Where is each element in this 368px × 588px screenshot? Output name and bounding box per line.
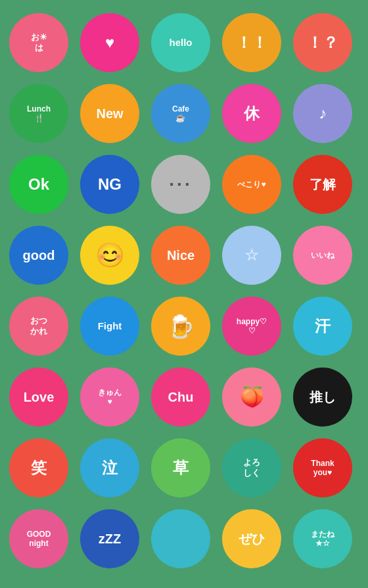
sticker-rest[interactable]: 休 [222,84,281,143]
sticker-new[interactable]: New [80,84,139,143]
sticker-matane[interactable]: またね★☆ [293,509,352,568]
sticker-sweat[interactable]: 汗 [293,297,352,356]
sticker-dots[interactable]: ··· [151,155,210,214]
sticker-thank-you[interactable]: Thankyou♥ [293,438,352,497]
sticker-love[interactable]: Love [9,368,68,427]
sticker-good[interactable]: good [9,226,68,285]
sticker-laugh[interactable]: 笑 [9,438,68,497]
sticker-smiley[interactable]: 😊 [80,226,139,285]
sticker-star[interactable]: ☆ [222,226,281,285]
sticker-fight[interactable]: Fight [80,297,139,356]
sticker-cry[interactable]: 泣 [80,438,139,497]
sticker-ryoukai[interactable]: 了解 [293,155,352,214]
sticker-yoroshiku[interactable]: よろしく [222,438,281,497]
sticker-chu[interactable]: Chu [151,368,210,427]
sticker-grid: お☀は ♥ hello ！！ ！？ Lunch🍴 New Cafe☕ 休 ♪ O… [0,3,368,585]
sticker-oshi[interactable]: 推し [293,368,352,427]
sticker-heart-peach[interactable]: 🍑 [222,368,281,427]
sticker-good-night[interactable]: GOODnight [9,509,68,568]
sticker-otsukare[interactable]: おつかれ [9,297,68,356]
sticker-zehi[interactable]: ぜひ [222,509,281,568]
sticker-zzz[interactable]: zZZ [80,509,139,568]
sticker-ng[interactable]: NG [80,155,139,214]
sticker-cafe[interactable]: Cafe☕ [151,84,210,143]
sticker-lunch[interactable]: Lunch🍴 [9,84,68,143]
sticker-happy[interactable]: happy♡♡ [222,297,281,356]
sticker-music[interactable]: ♪ [293,84,352,143]
sticker-empty[interactable] [151,509,210,568]
sticker-nice[interactable]: Nice [151,226,210,285]
sticker-kyun[interactable]: きゅん♥ [80,368,139,427]
sticker-exclaim-question[interactable]: ！？ [293,13,352,72]
sticker-double-exclaim[interactable]: ！！ [222,13,281,72]
sticker-pekori[interactable]: ぺこり♥ [222,155,281,214]
sticker-heart[interactable]: ♥ [80,13,139,72]
sticker-hello[interactable]: hello [151,13,210,72]
sticker-iine[interactable]: いいね [293,226,352,285]
sticker-oha[interactable]: お☀は [9,13,68,72]
sticker-beer[interactable]: 🍺 [151,297,210,356]
sticker-kusa[interactable]: 草 [151,438,210,497]
sticker-ok[interactable]: Ok [9,155,68,214]
